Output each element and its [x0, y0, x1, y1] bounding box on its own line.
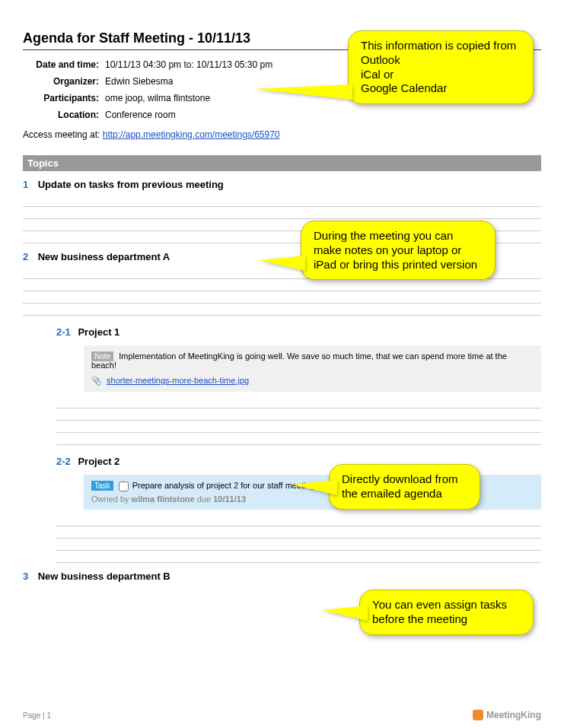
task-owner: wilma flintstone	[132, 494, 195, 504]
topic-number: 2	[23, 251, 35, 262]
brand-name: MeetingKing	[486, 710, 541, 720]
callout-text: Directly download from the emailed agend…	[342, 472, 458, 500]
topic-title: New business department B	[38, 571, 170, 582]
meta-label: Date and time:	[23, 59, 105, 70]
callout-text: This information is copied from Outlooki…	[361, 39, 516, 94]
page-footer: Page | 1 MeetingKing	[23, 710, 541, 720]
callout-calendar-source: This information is copied from Outlooki…	[348, 30, 534, 104]
task-text: Prepare analysis of project 2 for our st…	[132, 481, 317, 490]
access-link[interactable]: http://app.meetingking.com/meetings/6597…	[103, 129, 280, 140]
callout-text: During the meeting you can make notes on…	[314, 229, 477, 271]
meta-label: Location:	[23, 110, 105, 120]
callout-assign-tasks: You can even assign tasks before the mee…	[359, 590, 534, 635]
page-number: Page | 1	[23, 711, 51, 720]
task-checkbox[interactable]	[119, 482, 129, 491]
topic-1-head: 1 Update on tasks from previous meeting	[23, 179, 541, 190]
subtopic-number: 2-2	[56, 456, 71, 467]
task-due-prefix: due	[195, 494, 213, 504]
topics-header: Topics	[23, 155, 541, 171]
callout-text: You can even assign tasks before the mee…	[372, 598, 507, 625]
note-lines	[56, 514, 541, 563]
topic-title: Update on tasks from previous meeting	[38, 179, 224, 190]
access-prefix: Access meeting at:	[23, 129, 103, 140]
meta-label: Organizer:	[23, 76, 105, 87]
note-lines	[56, 396, 541, 445]
note-box: Note Implementation of MeetingKing is go…	[84, 345, 541, 392]
document-page: This information is copied from Outlooki…	[0, 0, 564, 728]
meta-label: Participants:	[23, 93, 105, 103]
subtopic-2-1-head: 2-1 Project 1	[56, 326, 541, 338]
task-badge: Task	[91, 481, 113, 491]
topic-number: 3	[23, 571, 35, 582]
task-owner-prefix: Owned by	[91, 494, 132, 504]
topic-3-head: 3 New business department B	[23, 571, 541, 582]
brand-icon	[473, 710, 483, 720]
access-line: Access meeting at: http://app.meetingkin…	[23, 129, 541, 140]
callout-download-attachment: Directly download from the emailed agend…	[329, 464, 480, 510]
subtopic-number: 2-1	[56, 326, 71, 338]
meta-location: Location: Conference room	[23, 110, 541, 120]
subtopic-title: Project 2	[78, 456, 119, 467]
topic-title: New business department A	[38, 251, 170, 262]
paperclip-icon: 📎	[91, 376, 102, 385]
note-text: Implementation of MeetingKing is going w…	[91, 351, 507, 370]
attachment-link[interactable]: shorter-meetings-more-beach-time.jpg	[107, 376, 249, 385]
subtopic-title: Project 1	[78, 326, 119, 338]
callout-notes-during-meeting: During the meeting you can make notes on…	[301, 221, 495, 280]
meta-value: Conference room	[105, 110, 541, 120]
task-due: 10/11/13	[213, 494, 246, 504]
topic-number: 1	[23, 179, 35, 190]
attachment-row: 📎 shorter-meetings-more-beach-time.jpg	[91, 376, 534, 386]
brand: MeetingKing	[473, 710, 541, 720]
